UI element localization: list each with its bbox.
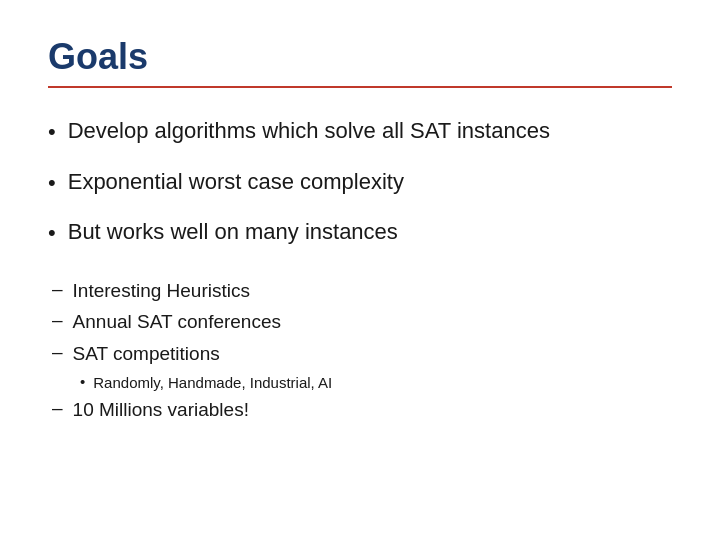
bullet-dot-1: • xyxy=(48,118,56,147)
bullet-text-1: Develop algorithms which solve all SAT i… xyxy=(68,116,550,146)
sub-text-3: SAT competitions xyxy=(73,341,220,367)
sub-dash-3: – xyxy=(52,341,63,363)
sub-dash-1: – xyxy=(52,278,63,300)
sub-dash-2: – xyxy=(52,309,63,331)
bullet-item-3: • But works well on many instances xyxy=(48,217,672,248)
slide: Goals • Develop algorithms which solve a… xyxy=(0,0,720,540)
bullet-dot-3: • xyxy=(48,219,56,248)
slide-title: Goals xyxy=(48,36,672,88)
bullet-item-2: • Exponential worst case complexity xyxy=(48,167,672,198)
sub-sub-items-container: • Randomly, Handmade, Industrial, AI xyxy=(80,373,672,393)
sub-item-3: – SAT competitions xyxy=(52,341,672,367)
sub-sub-dot-1: • xyxy=(80,373,85,390)
sub-items-container: – Interesting Heuristics – Annual SAT co… xyxy=(52,278,672,429)
bullet-text-3: But works well on many instances xyxy=(68,217,398,247)
sub-sub-item-1: • Randomly, Handmade, Industrial, AI xyxy=(80,373,672,393)
sub-text-2: Annual SAT conferences xyxy=(73,309,281,335)
bullet-dot-2: • xyxy=(48,169,56,198)
sub-text-1: Interesting Heuristics xyxy=(73,278,250,304)
sub-sub-text-1: Randomly, Handmade, Industrial, AI xyxy=(93,373,332,393)
slide-content: • Develop algorithms which solve all SAT… xyxy=(48,116,672,504)
sub-dash-last: – xyxy=(52,397,63,419)
bullet-item-1: • Develop algorithms which solve all SAT… xyxy=(48,116,672,147)
sub-item-1: – Interesting Heuristics xyxy=(52,278,672,304)
sub-text-last: 10 Millions variables! xyxy=(73,397,249,423)
sub-item-2: – Annual SAT conferences xyxy=(52,309,672,335)
sub-item-last: – 10 Millions variables! xyxy=(52,397,672,423)
bullet-text-2: Exponential worst case complexity xyxy=(68,167,404,197)
